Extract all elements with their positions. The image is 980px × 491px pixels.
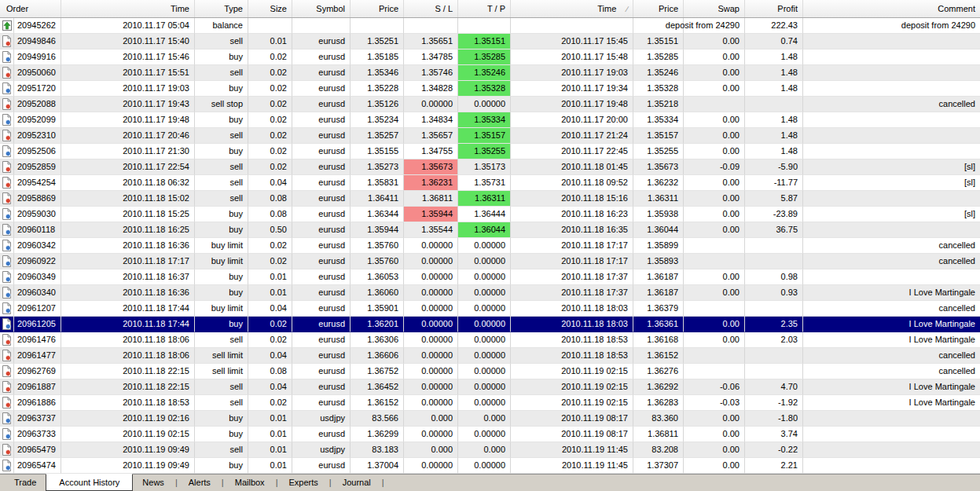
- column-header-size[interactable]: Size: [248, 0, 292, 17]
- table-row[interactable]: 209528592010.11.17 22:54sell0.02eurusd1.…: [0, 159, 980, 175]
- column-header-symbol[interactable]: Symbol: [292, 0, 351, 17]
- table-row[interactable]: 209517202010.11.17 19:03buy0.02eurusd1.3…: [0, 81, 980, 97]
- cell-symbol: eurusd: [292, 191, 351, 207]
- cell-type: sell stop: [195, 97, 248, 112]
- table-row[interactable]: 209520992010.11.17 19:48buy0.02eurusd1.3…: [0, 112, 980, 128]
- table-row[interactable]: 209523102010.11.17 20:46sell0.02eurusd1.…: [0, 128, 980, 144]
- tab-experts[interactable]: Experts: [279, 475, 327, 491]
- table-row[interactable]: 209603402010.11.18 16:36buy0.01eurusd1.3…: [0, 285, 980, 301]
- tab-news[interactable]: News: [133, 475, 174, 491]
- cell-swap: [684, 348, 745, 364]
- cell-symbol: eurusd: [292, 34, 351, 49]
- column-header-close_price[interactable]: Price: [633, 0, 684, 17]
- cell-profit: 1.48: [745, 81, 803, 97]
- table-row[interactable]: 209499162010.11.17 15:46buy0.02eurusd1.3…: [0, 49, 980, 65]
- cell-sl: 1.35746: [404, 65, 458, 81]
- cell-type: buy limit: [195, 301, 248, 317]
- cell-sl: 0.00000: [404, 427, 458, 442]
- cell-size: 0.08: [248, 364, 292, 379]
- cell-symbol: eurusd: [292, 269, 351, 285]
- cell-order: 20952088: [14, 97, 61, 112]
- cell-open_time: 2010.11.17 15:51: [61, 65, 195, 81]
- cell-swap: -0.06: [684, 379, 745, 395]
- table-row[interactable]: 209614772010.11.18 18:06sell limit0.04eu…: [0, 348, 980, 364]
- tab-mailbox[interactable]: Mailbox: [226, 475, 274, 491]
- table-row[interactable]: 209525062010.11.17 21:30buy0.02eurusd1.3…: [0, 144, 980, 159]
- cell-close_time: 2010.11.18 16:35: [511, 222, 633, 238]
- column-header-sl[interactable]: S / L: [404, 0, 458, 17]
- cell-profit: 0.98: [745, 269, 803, 285]
- cell-close_price: 1.35893: [633, 254, 684, 269]
- table-row[interactable]: 209498462010.11.17 15:40sell0.01eurusd1.…: [0, 34, 980, 49]
- cell-size: [248, 18, 292, 34]
- cell-open_time: 2010.11.18 06:32: [61, 175, 195, 191]
- table-row[interactable]: 209612072010.11.18 17:44buy limit0.04eur…: [0, 301, 980, 317]
- cell-sl: 1.36811: [404, 191, 458, 207]
- tab-separator: |: [174, 475, 179, 491]
- column-header-price[interactable]: Price: [351, 0, 404, 17]
- cell-close_time: 2010.11.19 02:15: [511, 395, 633, 411]
- cell-swap: 0.00: [684, 458, 745, 474]
- table-row[interactable]: 209618872010.11.18 22:15sell0.04eurusd1.…: [0, 379, 980, 395]
- table-row[interactable]: 209637332010.11.19 02:15buy0.01eurusd1.3…: [0, 427, 980, 442]
- table-row[interactable]: 209637372010.11.19 02:16buy0.01usdjpy83.…: [0, 411, 980, 427]
- cell-comment: [803, 128, 980, 144]
- table-row[interactable]: 209452622010.11.17 05:04balancedeposit f…: [0, 18, 980, 34]
- table-row[interactable]: 209614762010.11.18 18:06sell0.02eurusd1.…: [0, 332, 980, 348]
- cell-close_time: 2010.11.17 15:48: [511, 49, 633, 65]
- sell-order-icon: [0, 364, 14, 379]
- table-row[interactable]: 209627692010.11.18 22:15sell limit0.08eu…: [0, 364, 980, 379]
- column-header-order[interactable]: Order: [0, 0, 61, 17]
- cell-type: buy: [195, 49, 248, 65]
- table-row[interactable]: 209520882010.11.17 19:43sell stop0.02eur…: [0, 97, 980, 112]
- table-row[interactable]: 209590302010.11.18 15:25buy0.08eurusd1.3…: [0, 207, 980, 222]
- cell-symbol: eurusd: [292, 364, 351, 379]
- cell-swap: 0.00: [684, 222, 745, 238]
- cell-tp: 1.35246: [458, 65, 511, 81]
- cell-close_price: 1.36187: [633, 285, 684, 301]
- cell-sl: 1.35944: [404, 207, 458, 222]
- cell-price: 1.35185: [351, 49, 404, 65]
- column-header-type[interactable]: Type: [195, 0, 248, 17]
- cell-close_price: 1.35285: [633, 49, 684, 65]
- cell-symbol: eurusd: [292, 332, 351, 348]
- column-header-open_time[interactable]: Time: [61, 0, 195, 17]
- table-row[interactable]: 209618862010.11.18 18:53sell0.02eurusd1.…: [0, 395, 980, 411]
- table-row[interactable]: 209609222010.11.18 17:17buy limit0.02eur…: [0, 254, 980, 269]
- tab-journal[interactable]: Journal: [333, 475, 380, 491]
- cell-swap: 0.00: [684, 427, 745, 442]
- table-row[interactable]: 209654742010.11.19 09:49buy0.01eurusd1.3…: [0, 458, 980, 474]
- cell-close_price: 1.35899: [633, 238, 684, 254]
- cell-comment: [803, 191, 980, 207]
- table-row[interactable]: 209542542010.11.18 06:32sell0.04eurusd1.…: [0, 175, 980, 191]
- cell-comment: deposit from 24290: [803, 18, 980, 34]
- column-header-close_time[interactable]: Time∕: [511, 0, 633, 17]
- cell-open_time: 2010.11.17 20:46: [61, 128, 195, 144]
- cell-symbol: eurusd: [292, 49, 351, 65]
- cell-order: 20950060: [14, 65, 61, 81]
- tab-trade[interactable]: Trade: [5, 475, 46, 491]
- cell-swap: 0.00: [684, 269, 745, 285]
- column-header-swap[interactable]: Swap: [684, 0, 745, 17]
- table-row[interactable]: 209654792010.11.19 09:49sell0.01usdjpy83…: [0, 442, 980, 458]
- cell-open_time: 2010.11.18 15:25: [61, 207, 195, 222]
- buy-order-icon: [0, 458, 14, 474]
- cell-sl: 1.35651: [404, 34, 458, 49]
- table-row[interactable]: 209601182010.11.18 16:25buy0.50eurusd1.3…: [0, 222, 980, 238]
- tab-alerts[interactable]: Alerts: [179, 475, 220, 491]
- cell-close_time: 2010.11.18 17:17: [511, 254, 633, 269]
- table-row[interactable]: 209612052010.11.18 17:44buy0.02eurusd1.3…: [0, 317, 980, 332]
- column-header-tp[interactable]: T / P: [458, 0, 511, 17]
- column-header-comment[interactable]: Comment: [803, 0, 980, 17]
- table-row[interactable]: 209500602010.11.17 15:51sell0.02eurusd1.…: [0, 65, 980, 81]
- cell-profit: [745, 364, 803, 379]
- table-row[interactable]: 209603422010.11.18 16:36buy limit0.02eur…: [0, 238, 980, 254]
- table-row[interactable]: 209588692010.11.18 15:02sell0.08eurusd1.…: [0, 191, 980, 207]
- cell-type: buy limit: [195, 238, 248, 254]
- column-header-profit[interactable]: Profit: [745, 0, 803, 17]
- cell-close_price: 1.36232: [633, 175, 684, 191]
- cell-open_time: 2010.11.17 19:03: [61, 81, 195, 97]
- table-row[interactable]: 209603492010.11.18 16:37buy0.01eurusd1.3…: [0, 269, 980, 285]
- tab-account-history[interactable]: Account History: [46, 474, 133, 491]
- sell-order-icon: [0, 128, 14, 144]
